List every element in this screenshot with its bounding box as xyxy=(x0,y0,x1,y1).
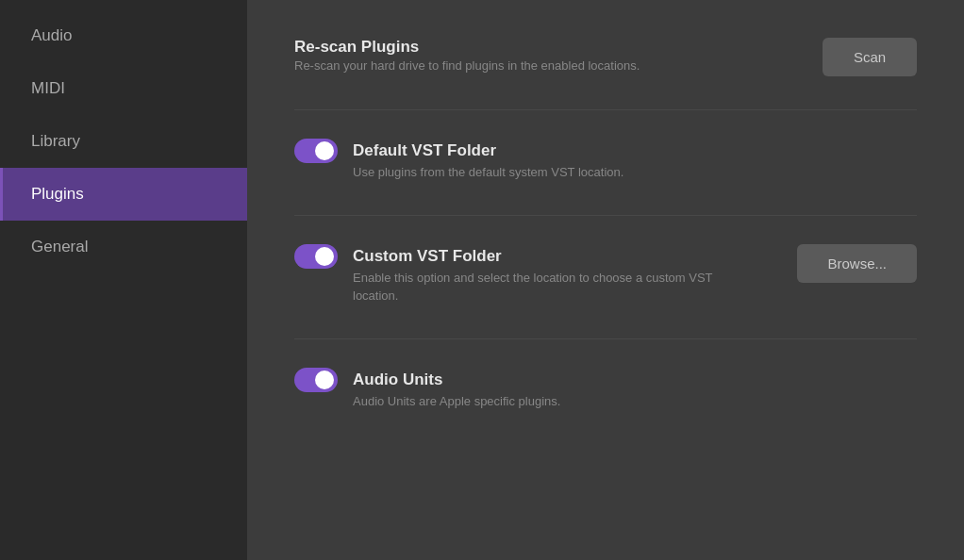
section-custom-vst: Custom VST FolderEnable this option and … xyxy=(294,244,917,305)
toggle-slider-default-vst xyxy=(294,139,338,163)
section-left-custom-vst: Custom VST FolderEnable this option and … xyxy=(294,244,778,305)
sidebar-item-audio[interactable]: Audio xyxy=(0,9,247,62)
section-row-audio-units: Audio UnitsAudio Units are Apple specifi… xyxy=(294,368,917,411)
main-content: Re-scan PluginsRe-scan your hard drive t… xyxy=(247,0,964,560)
section-desc-rescan: Re-scan your hard drive to find plugins … xyxy=(294,57,728,75)
sidebar-item-midi[interactable]: MIDI xyxy=(0,62,247,115)
divider-0 xyxy=(294,109,917,110)
sidebar-item-library[interactable]: Library xyxy=(0,115,247,168)
section-left-audio-units: Audio UnitsAudio Units are Apple specifi… xyxy=(294,368,917,411)
title-row-rescan: Re-scan Plugins xyxy=(294,38,804,57)
title-row-custom-vst: Custom VST Folder xyxy=(294,244,778,269)
section-left-default-vst: Default VST FolderUse plugins from the d… xyxy=(294,139,917,182)
toggle-custom-vst[interactable] xyxy=(294,244,338,269)
section-right-rescan: Scan xyxy=(823,38,917,76)
section-title-audio-units: Audio Units xyxy=(353,371,442,389)
toggle-audio-units[interactable] xyxy=(294,368,338,392)
toggle-slider-audio-units xyxy=(294,368,338,392)
section-rescan: Re-scan PluginsRe-scan your hard drive t… xyxy=(294,38,917,76)
section-desc-custom-vst: Enable this option and select the locati… xyxy=(294,269,728,305)
section-desc-default-vst: Use plugins from the default system VST … xyxy=(294,163,728,182)
section-row-rescan: Re-scan PluginsRe-scan your hard drive t… xyxy=(294,38,917,76)
section-audio-units: Audio UnitsAudio Units are Apple specifi… xyxy=(294,368,917,411)
divider-2 xyxy=(294,338,917,339)
sidebar-item-general[interactable]: General xyxy=(0,221,247,273)
section-row-custom-vst: Custom VST FolderEnable this option and … xyxy=(294,244,917,305)
sidebar-item-plugins[interactable]: Plugins xyxy=(0,168,247,221)
divider-1 xyxy=(294,215,917,216)
title-row-audio-units: Audio Units xyxy=(294,368,917,392)
section-title-custom-vst: Custom VST Folder xyxy=(353,247,502,266)
title-row-default-vst: Default VST Folder xyxy=(294,139,917,163)
section-left-rescan: Re-scan PluginsRe-scan your hard drive t… xyxy=(294,38,804,75)
section-title-default-vst: Default VST Folder xyxy=(353,141,496,160)
sidebar: AudioMIDILibraryPluginsGeneral xyxy=(0,0,247,560)
section-right-custom-vst: Browse... xyxy=(797,244,917,283)
toggle-default-vst[interactable] xyxy=(294,139,338,163)
section-title-rescan: Re-scan Plugins xyxy=(294,38,419,57)
toggle-slider-custom-vst xyxy=(294,244,338,269)
rescan-button[interactable]: Scan xyxy=(823,38,917,76)
section-default-vst: Default VST FolderUse plugins from the d… xyxy=(294,139,917,182)
custom-vst-button[interactable]: Browse... xyxy=(797,244,917,283)
section-row-default-vst: Default VST FolderUse plugins from the d… xyxy=(294,139,917,182)
section-desc-audio-units: Audio Units are Apple specific plugins. xyxy=(294,392,728,411)
